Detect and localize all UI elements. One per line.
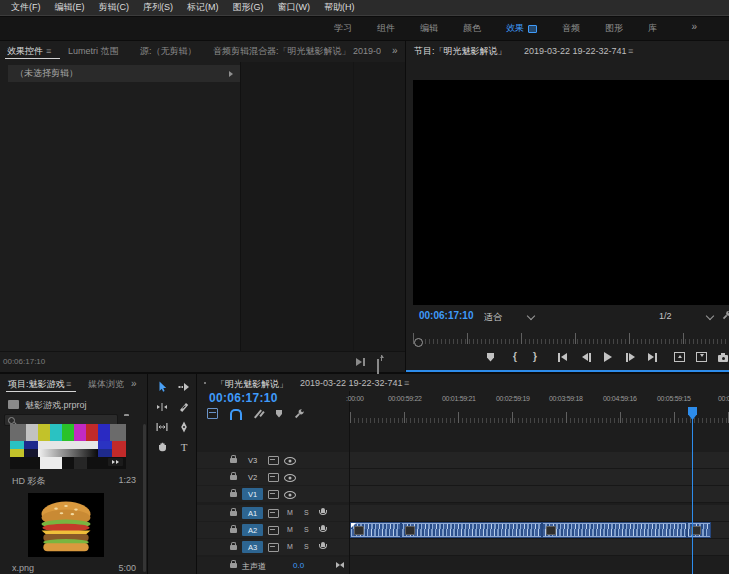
type-tool[interactable]: T <box>174 438 194 456</box>
project-file-name[interactable]: 魅影游戏.prproj <box>25 399 87 412</box>
toggle-output-eye-icon[interactable] <box>284 491 296 499</box>
play-button[interactable] <box>604 350 612 364</box>
linked-selection-icon[interactable] <box>254 409 264 419</box>
menu-window[interactable]: 窗口(W) <box>271 1 318 14</box>
sync-lock-icon[interactable] <box>268 456 279 465</box>
track-name-v3[interactable]: V3 <box>242 454 263 466</box>
item-name[interactable]: x.png <box>12 563 34 573</box>
workspace-tab-learning[interactable]: 学习 <box>334 22 352 35</box>
track-lane-v3[interactable] <box>350 452 729 469</box>
fit-select-chevron-icon[interactable] <box>527 312 535 320</box>
ripple-edit-tool[interactable] <box>152 398 172 416</box>
tab-lumetri-scopes[interactable]: Lumetri 范围 <box>68 45 119 58</box>
resolution-select[interactable]: 1/2 <box>659 311 672 321</box>
tab-media-browser[interactable]: 媒体浏览 <box>88 378 124 391</box>
fit-select[interactable]: 适合 <box>484 311 502 324</box>
track-name-v2[interactable]: V2 <box>242 471 263 483</box>
lock-icon[interactable] <box>230 475 237 480</box>
menu-clip[interactable]: 剪辑(C) <box>92 1 137 14</box>
hand-tool[interactable] <box>152 438 172 456</box>
panel-menu-icon[interactable]: ≡ <box>66 379 71 389</box>
selection-tool[interactable] <box>152 378 172 396</box>
track-lane-v1[interactable] <box>350 486 729 503</box>
solo-button[interactable]: S <box>304 543 309 550</box>
workspace-tab-audio[interactable]: 音频 <box>562 22 580 35</box>
sync-lock-icon[interactable] <box>268 473 279 482</box>
mute-button[interactable]: M <box>287 543 293 550</box>
sync-lock-icon[interactable] <box>268 509 279 518</box>
insert-nested-sequence-icon[interactable] <box>207 408 218 419</box>
pan-bowtie-icon[interactable] <box>336 562 344 568</box>
project-scrollbar[interactable] <box>143 424 146 572</box>
step-forward-button[interactable] <box>626 350 635 364</box>
timeline-ruler[interactable]: :00:00 00:00:59:22 00:01:59:21 00:02:59:… <box>350 391 729 423</box>
add-marker-button[interactable] <box>487 350 494 364</box>
menu-markers[interactable]: 标记(M) <box>180 1 226 14</box>
settings-wrench-icon[interactable] <box>722 310 729 320</box>
image-thumbnail[interactable] <box>28 493 104 557</box>
lock-icon[interactable] <box>230 563 237 568</box>
colorbars-thumbnail[interactable] <box>10 424 126 469</box>
timeline-timecode[interactable]: 00:06:17:10 <box>209 391 278 405</box>
step-back-button[interactable] <box>582 350 591 364</box>
track-lane-a2[interactable] <box>350 522 729 539</box>
lock-icon[interactable] <box>230 492 237 497</box>
workspace-tab-editing[interactable]: 编辑 <box>420 22 438 35</box>
workspace-tab-assembly[interactable]: 组件 <box>377 22 395 35</box>
mute-button[interactable]: M <box>287 526 293 533</box>
lock-icon[interactable] <box>230 458 237 463</box>
menu-graphics[interactable]: 图形(G) <box>226 1 271 14</box>
audio-clip[interactable] <box>401 522 542 538</box>
program-timecode[interactable]: 00:06:17:10 <box>419 310 473 321</box>
mark-out-button[interactable]: } <box>533 350 537 364</box>
snap-magnet-icon[interactable] <box>230 409 242 418</box>
track-name-a1[interactable]: A1 <box>242 507 263 519</box>
lock-icon[interactable] <box>230 511 237 516</box>
track-name-v1[interactable]: V1 <box>242 488 263 500</box>
go-to-out-button[interactable] <box>648 350 657 364</box>
toggle-output-eye-icon[interactable] <box>284 457 296 465</box>
voiceover-mic-icon[interactable] <box>321 542 325 547</box>
tab-project[interactable]: 项目:魅影游戏 <box>8 378 65 391</box>
image-caption[interactable]: x.png 5:00 <box>12 563 136 573</box>
voiceover-mic-icon[interactable] <box>321 525 325 530</box>
audio-clip[interactable] <box>350 522 401 538</box>
track-name-a3[interactable]: A3 <box>242 541 263 553</box>
panel-overflow-icon[interactable]: » <box>131 378 137 389</box>
workspace-tab-libraries[interactable]: 库 <box>648 22 657 35</box>
workspace-tab-graphics[interactable]: 图形 <box>605 22 623 35</box>
track-lane-v2[interactable] <box>350 469 729 486</box>
program-video-frame[interactable] <box>413 80 729 305</box>
track-select-tool[interactable] <box>174 378 194 396</box>
add-marker-icon[interactable] <box>276 410 282 418</box>
audio-clip[interactable] <box>542 522 687 538</box>
lock-icon[interactable] <box>230 528 237 533</box>
item-name[interactable]: HD 彩条 <box>12 475 46 488</box>
voiceover-mic-icon[interactable] <box>321 508 325 513</box>
playhead-line[interactable] <box>692 408 693 574</box>
panel-overflow-icon[interactable]: » <box>392 45 398 56</box>
expand-arrow-icon[interactable] <box>229 71 233 77</box>
panel-menu-icon[interactable]: ≡ <box>404 378 409 388</box>
workspace-overflow-icon[interactable]: » <box>691 21 697 32</box>
tab-sequence[interactable]: 「明光魅影解说」 <box>216 378 288 391</box>
master-level-value[interactable]: 0.0 <box>293 561 304 570</box>
sync-lock-icon[interactable] <box>268 543 279 552</box>
lift-button[interactable] <box>674 350 685 364</box>
program-scrubber[interactable] <box>413 332 729 344</box>
tab-effect-controls[interactable]: 效果控件 <box>7 45 43 58</box>
workspace-tab-color[interactable]: 颜色 <box>463 22 481 35</box>
menu-file[interactable]: 文件(F) <box>4 1 48 14</box>
solo-button[interactable]: S <box>304 526 309 533</box>
lock-icon[interactable] <box>230 545 237 550</box>
pen-tool[interactable] <box>174 418 194 436</box>
menu-edit[interactable]: 编辑(E) <box>48 1 92 14</box>
menu-sequence[interactable]: 序列(S) <box>136 1 180 14</box>
toggle-output-eye-icon[interactable] <box>284 474 296 482</box>
mute-button[interactable]: M <box>287 509 293 516</box>
track-name-a2[interactable]: A2 <box>242 524 263 536</box>
resolution-select-chevron-icon[interactable] <box>706 312 714 320</box>
workspace-menu-icon[interactable] <box>528 25 537 33</box>
razor-tool[interactable] <box>174 398 194 416</box>
panel-menu-icon[interactable]: ≡ <box>628 46 633 56</box>
